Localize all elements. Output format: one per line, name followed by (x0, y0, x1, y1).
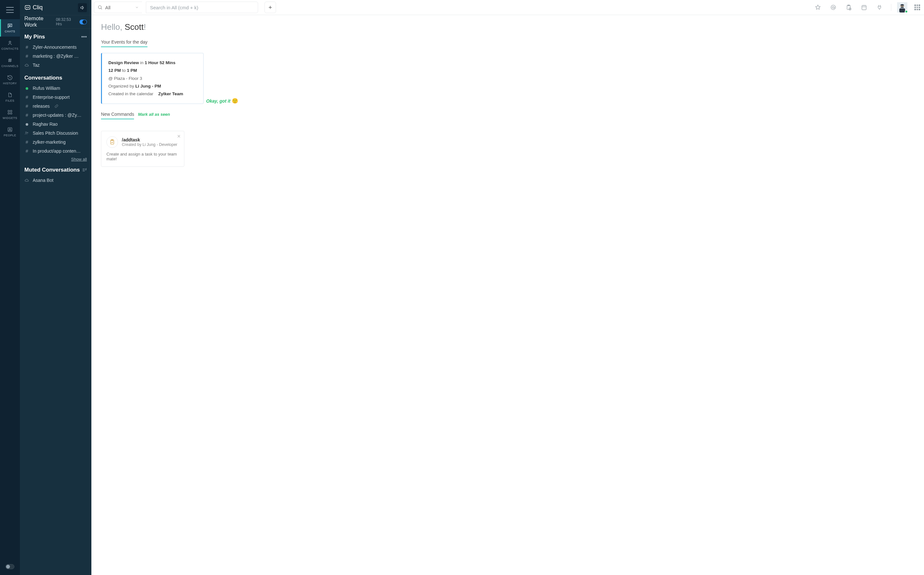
presence-icon (24, 86, 30, 91)
nav-label: CONTACTS (2, 47, 19, 50)
nav-contacts[interactable]: CONTACTS (0, 37, 20, 54)
plug-icon (876, 4, 883, 11)
conversation-label: Sales Pitch Discussion (33, 130, 78, 136)
pin-label: marketing : @Zylker … (33, 54, 79, 59)
nav-chats[interactable]: CHATS (0, 19, 20, 37)
nav-label: HISTORY (3, 82, 17, 85)
scope-label: All (105, 5, 111, 10)
profile-avatar[interactable] (897, 2, 907, 13)
group-chat-icon (24, 131, 30, 135)
reminders-button[interactable] (845, 4, 852, 11)
show-all-link[interactable]: Show all (20, 156, 91, 162)
event-cal-prefix: Created in the calendar (108, 91, 153, 96)
pin-item[interactable]: # Zyler-Announcements (20, 43, 91, 52)
nav-files[interactable]: FILES (0, 89, 20, 106)
event-to-word: to (122, 68, 126, 73)
event-location: @ Plaza - Floor 3 (108, 75, 197, 83)
power-button[interactable] (876, 4, 883, 11)
svg-rect-17 (862, 5, 866, 10)
search-input[interactable]: Search in All (cmd + k) (146, 2, 258, 13)
cloud-icon (24, 178, 30, 183)
pin-label: Zyler-Announcements (33, 44, 77, 50)
conversation-label: releases (33, 103, 50, 109)
conversations-title: Conversations (24, 75, 62, 81)
command-creator: Created by Li Jung - Developer (122, 142, 177, 147)
widgets-icon (7, 110, 13, 115)
content: Hello, Scott! Your Events for the day De… (91, 15, 924, 174)
muted-label: Asana Bot (33, 178, 54, 183)
conversation-item[interactable]: Sales Pitch Discussion (20, 129, 91, 138)
muted-settings-button[interactable] (82, 167, 87, 173)
history-icon (7, 75, 13, 81)
command-description: Create and assign a task to your team ma… (106, 152, 179, 161)
conversation-item[interactable]: # releases (20, 102, 91, 111)
conversation-label: Enterprise-support (33, 95, 70, 100)
contact-icon (7, 40, 13, 46)
nav-history[interactable]: HISTORY (0, 71, 20, 89)
svg-point-12 (27, 132, 28, 133)
pins-list: # Zyler-Announcements # marketing : @Zyl… (20, 43, 91, 70)
nav-label: CHATS (5, 30, 15, 33)
muted-header: Muted Conversations (20, 162, 91, 176)
conversation-item[interactable]: # Enterprise-support (20, 93, 91, 102)
conversation-item[interactable]: # project-updates : @Zy… (20, 111, 91, 120)
nav-label: FILES (5, 99, 14, 102)
svg-rect-20 (899, 8, 905, 13)
events-section-title: Your Events for the day (101, 40, 147, 47)
pins-more-button[interactable]: ••• (81, 34, 87, 40)
pin-item[interactable]: # marketing : @Zylker … (20, 52, 91, 60)
muted-list: Asana Bot (20, 176, 91, 185)
svg-point-14 (832, 6, 834, 8)
chevron-down-icon (135, 5, 139, 9)
hello-prefix: Hello, (101, 22, 125, 32)
nav-channels[interactable]: CHANNELS (0, 54, 20, 71)
remote-work-toggle[interactable] (79, 19, 87, 24)
announce-button[interactable] (78, 3, 87, 12)
pin-item[interactable]: Taz (20, 60, 91, 70)
close-button[interactable]: ✕ (177, 134, 181, 139)
at-icon (830, 4, 837, 11)
event-end: 1 PM (127, 68, 137, 73)
svg-rect-2 (11, 110, 12, 112)
apps-launcher[interactable] (914, 5, 920, 10)
speaker-icon (80, 5, 85, 10)
conversation-item[interactable]: # zylker-marketing (20, 138, 91, 146)
hash-icon (7, 57, 13, 63)
star-icon (815, 4, 821, 11)
star-button[interactable] (815, 4, 821, 11)
search-scope-dropdown[interactable]: All (94, 2, 142, 13)
conversations-list: Rufus William # Enterprise-support # rel… (20, 84, 91, 156)
svg-rect-3 (8, 113, 10, 114)
command-card[interactable]: ✕ /addtask Created by Li Jung - Develope… (101, 131, 184, 167)
theme-toggle[interactable] (0, 564, 20, 569)
calendar-button[interactable] (861, 4, 867, 11)
conversation-label: project-updates : @Zy… (33, 113, 81, 118)
conversation-item[interactable]: Rufus William (20, 84, 91, 93)
nav-label: WIDGETS (3, 116, 17, 120)
search-placeholder: Search in All (cmd + k) (150, 5, 198, 10)
app-name: Cliq (33, 4, 43, 11)
conversation-item[interactable]: # In product/app conten… (20, 146, 91, 156)
presence-icon (24, 122, 30, 127)
okay-got-it-button[interactable]: Okay, got it 🙂 (206, 98, 238, 104)
nav-widgets[interactable]: WIDGETS (0, 106, 20, 123)
remote-work-hours: 08:32:53 Hrs (56, 17, 75, 26)
conversation-item[interactable]: Raghav Rao (20, 120, 91, 129)
event-calendar: Zylker Team (158, 91, 183, 96)
muted-title: Muted Conversations (24, 167, 80, 173)
pins-header: My Pins ••• (20, 29, 91, 43)
new-button[interactable] (265, 2, 276, 13)
event-card[interactable]: Design Review in 1 Hour 52 Mins 12 PM to… (101, 53, 204, 104)
muted-item[interactable]: Asana Bot (20, 176, 91, 185)
presence-indicator (905, 10, 908, 13)
nav-people[interactable]: PEOPLE (0, 123, 20, 140)
sidebar: Cliq Remote Work 08:32:53 Hrs My Pins ••… (20, 0, 91, 575)
mentions-button[interactable] (830, 4, 837, 11)
svg-point-11 (25, 132, 27, 133)
hash-icon: # (24, 140, 30, 145)
mark-all-seen-link[interactable]: Mark all as seen (138, 112, 170, 117)
event-row: Design Review in 1 Hour 52 Mins 12 PM to… (101, 53, 914, 104)
svg-point-6 (9, 129, 11, 130)
menu-button[interactable] (6, 7, 14, 13)
hash-icon: # (24, 44, 30, 50)
